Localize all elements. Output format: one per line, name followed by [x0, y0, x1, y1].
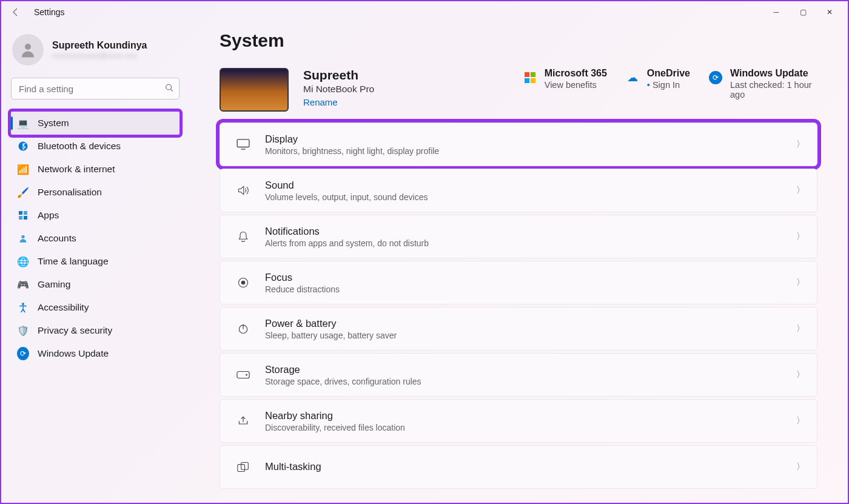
- svg-rect-10: [237, 139, 249, 147]
- card-notifications[interactable]: NotificationsAlerts from apps and system…: [220, 215, 817, 258]
- sidebar-item-privacy[interactable]: 🛡️Privacy & security: [11, 319, 180, 342]
- settings-cards: DisplayMonitors, brightness, night light…: [220, 123, 817, 489]
- sidebar-item-label: Network & internet: [38, 164, 115, 175]
- card-title: Nearby sharing: [265, 410, 796, 422]
- user-block[interactable]: Supreeth Koundinya xxxxxxxxxxxx@xxxx.xxx: [11, 28, 180, 75]
- shield-icon: 🛡️: [17, 324, 29, 337]
- search-input[interactable]: [11, 78, 180, 99]
- status-sub: •Sign In: [647, 80, 690, 90]
- status-windows-update[interactable]: ⟳ Windows UpdateLast checked: 1 hour ago: [708, 68, 817, 99]
- svg-rect-5: [24, 211, 27, 215]
- system-icon: 💻: [17, 117, 29, 129]
- chevron-right-icon: 〉: [796, 231, 805, 242]
- sidebar-item-gaming[interactable]: 🎮Gaming: [11, 273, 180, 296]
- sidebar: Supreeth Koundinya xxxxxxxxxxxx@xxxx.xxx…: [1, 23, 189, 503]
- status-onedrive[interactable]: ☁ OneDrive•Sign In: [625, 68, 690, 99]
- card-focus[interactable]: FocusReduce distractions 〉: [220, 261, 817, 304]
- card-sub: Sleep, battery usage, battery saver: [265, 331, 796, 340]
- sidebar-item-apps[interactable]: Apps: [11, 204, 180, 227]
- sidebar-item-update[interactable]: ⟳Windows Update: [11, 342, 180, 365]
- chevron-right-icon: 〉: [796, 277, 805, 288]
- search-box: [11, 78, 180, 99]
- card-display[interactable]: DisplayMonitors, brightness, night light…: [220, 123, 817, 166]
- card-sub: Alerts from apps and system, do not dist…: [265, 238, 796, 248]
- microsoft-365-icon: [523, 70, 537, 85]
- card-storage[interactable]: StorageStorage space, drives, configurat…: [220, 353, 817, 397]
- back-button[interactable]: [8, 5, 23, 19]
- svg-point-9: [22, 303, 24, 305]
- svg-point-8: [21, 235, 24, 238]
- card-title: Sound: [265, 180, 796, 191]
- device-info: Supreeth Mi NoteBook Pro Rename: [303, 68, 374, 108]
- sidebar-item-label: Personalisation: [38, 187, 102, 198]
- brush-icon: 🖌️: [17, 186, 29, 198]
- card-title: Display: [265, 133, 796, 145]
- person-icon: [19, 41, 37, 59]
- card-sound[interactable]: SoundVolume levels, output, input, sound…: [220, 169, 817, 212]
- chevron-right-icon: 〉: [796, 323, 805, 334]
- share-icon: [232, 415, 254, 427]
- sidebar-item-label: System: [38, 118, 69, 129]
- rename-link[interactable]: Rename: [303, 97, 338, 107]
- svg-rect-7: [24, 216, 27, 220]
- card-sub: Storage space, drives, configuration rul…: [265, 377, 796, 386]
- sidebar-item-label: Bluetooth & devices: [38, 141, 121, 152]
- sound-icon: [232, 184, 254, 197]
- header-row: Supreeth Mi NoteBook Pro Rename Microsof…: [220, 68, 817, 112]
- svg-rect-4: [19, 211, 22, 215]
- svg-point-13: [241, 281, 246, 285]
- power-icon: [232, 323, 254, 335]
- focus-icon: [232, 277, 254, 289]
- window-controls: ─ ▢ ✕: [765, 4, 841, 21]
- display-icon: [232, 139, 254, 150]
- sidebar-item-label: Accounts: [38, 233, 76, 244]
- card-title: Power & battery: [265, 318, 796, 329]
- device-model: Mi NoteBook Pro: [303, 84, 374, 95]
- wifi-icon: 📶: [17, 163, 29, 175]
- sidebar-item-bluetooth[interactable]: Bluetooth & devices: [11, 135, 180, 158]
- card-title: Multi-tasking: [265, 461, 796, 472]
- minimize-button[interactable]: ─: [765, 4, 787, 21]
- sidebar-item-personalisation[interactable]: 🖌️Personalisation: [11, 181, 180, 204]
- arrow-left-icon: [11, 7, 21, 17]
- chevron-right-icon: 〉: [796, 415, 805, 426]
- update-icon: ⟳: [17, 348, 29, 360]
- svg-line-2: [171, 89, 173, 92]
- accessibility-icon: [17, 301, 29, 314]
- card-sub: Monitors, brightness, night light, displ…: [265, 146, 796, 156]
- device-thumbnail[interactable]: [220, 68, 289, 112]
- sidebar-item-accounts[interactable]: Accounts: [11, 227, 180, 250]
- card-title: Notifications: [265, 226, 796, 237]
- sidebar-item-time-language[interactable]: 🌐Time & language: [11, 250, 180, 273]
- status-sub: Last checked: 1 hour ago: [730, 80, 817, 99]
- svg-rect-16: [237, 372, 249, 378]
- sidebar-item-system[interactable]: 💻System: [11, 112, 180, 135]
- svg-rect-6: [19, 216, 22, 220]
- chevron-right-icon: 〉: [796, 139, 805, 150]
- card-sub: Discoverability, received files location: [265, 423, 796, 432]
- user-name: Supreeth Koundinya: [52, 40, 147, 51]
- status-ms365[interactable]: Microsoft 365View benefits: [523, 68, 607, 99]
- user-email: xxxxxxxxxxxx@xxxx.xxx: [52, 51, 147, 60]
- card-power[interactable]: Power & batterySleep, battery usage, bat…: [220, 307, 817, 351]
- globe-icon: 🌐: [17, 255, 29, 267]
- card-nearby-sharing[interactable]: Nearby sharingDiscoverability, received …: [220, 399, 817, 443]
- page-title: System: [220, 30, 817, 51]
- svg-point-0: [25, 44, 31, 50]
- sidebar-item-label: Windows Update: [38, 348, 109, 359]
- chevron-right-icon: 〉: [796, 369, 805, 380]
- window-title: Settings: [34, 7, 65, 17]
- chevron-right-icon: 〉: [796, 185, 805, 196]
- maximize-button[interactable]: ▢: [792, 4, 814, 21]
- card-multitasking[interactable]: Multi-tasking 〉: [220, 445, 817, 489]
- card-title: Storage: [265, 364, 796, 375]
- chevron-right-icon: 〉: [796, 462, 805, 472]
- device-name: Supreeth: [303, 68, 374, 82]
- bell-icon: [232, 230, 254, 243]
- close-button[interactable]: ✕: [819, 4, 841, 21]
- sidebar-item-network[interactable]: 📶Network & internet: [11, 158, 180, 181]
- sidebar-item-accessibility[interactable]: Accessibility: [11, 296, 180, 319]
- svg-point-1: [166, 84, 172, 90]
- sidebar-item-label: Time & language: [38, 256, 109, 267]
- storage-icon: [232, 371, 254, 379]
